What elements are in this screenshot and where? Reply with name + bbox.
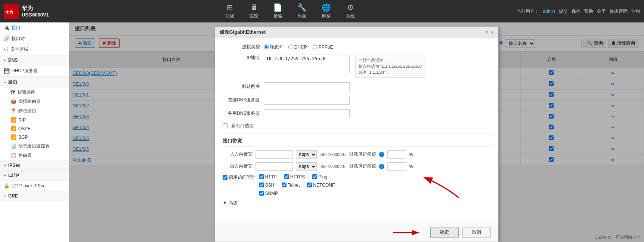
section-divider-1 — [223, 134, 491, 134]
cancel-button[interactable]: 取消 — [462, 227, 491, 238]
access-row-1: HTTP HTTPS Ping — [259, 174, 335, 180]
ip-input-area: 10.2.0.1/255.255.255.0 — [264, 55, 350, 73]
nav-monitor[interactable]: 🖥 监控 — [249, 3, 258, 19]
sidebar: 🔌 接口 🔗 接口对 🛡 安全区域 ＋ DNS 💾 DHCP服务器 — [0, 22, 69, 242]
radio-pppoe-input[interactable] — [313, 45, 318, 49]
inbound-bw-unit[interactable]: Kbps — [296, 150, 317, 159]
huawei-logo-icon: 华为 — [4, 4, 19, 19]
access-telnet[interactable]: Telnet — [282, 183, 300, 188]
sidebar-group-l2tp: ＋ L2TP — [0, 171, 69, 181]
access-http[interactable]: HTTP — [259, 174, 277, 180]
access-ping[interactable]: Ping — [312, 174, 327, 180]
radio-static-ip[interactable]: 静态IP — [264, 44, 283, 50]
sidebar-interface-label: 接口 — [12, 25, 21, 31]
outbound-pct-input[interactable] — [387, 162, 406, 171]
outbound-bw-unit[interactable]: Kbps — [296, 162, 317, 171]
about-link[interactable]: 关于 — [597, 8, 606, 15]
modal-help-icon[interactable]: ? — [485, 30, 488, 35]
snmp-checkbox[interactable] — [259, 191, 264, 196]
radio-dhcp[interactable]: DHCP — [288, 45, 307, 50]
save-link[interactable]: 保存 — [572, 8, 580, 15]
nav-network[interactable]: 🌐 网络 — [322, 3, 331, 19]
radio-pppoe[interactable]: PPPoE — [313, 45, 333, 50]
main-layout: 🔌 接口 🔗 接口对 🛡 安全区域 ＋ DNS 💾 DHCP服务器 — [0, 22, 644, 242]
dns1-label: 首选DNS服务器 — [223, 97, 260, 103]
routing-table-icon: 📋 — [10, 153, 16, 158]
https-label: HTTPS — [290, 174, 305, 180]
inbound-bw-input[interactable] — [256, 150, 293, 159]
nav-object[interactable]: 🔧 对象 — [297, 3, 307, 19]
netconf-checkbox[interactable] — [307, 183, 312, 187]
sidebar-item-interface-pair[interactable]: 🔗 接口对 — [0, 33, 69, 44]
sidebar-item-bgp[interactable]: 📶 BGP — [7, 133, 69, 141]
access-mgmt-toggle[interactable]: 启用访问管理 — [223, 174, 256, 181]
sidebar-item-smart-routing[interactable]: 🗺 智能选路 — [7, 88, 69, 97]
confirm-button[interactable]: 确定 — [430, 227, 459, 238]
submit-link[interactable]: 提交 — [559, 8, 568, 15]
dhcp-label: DHCP — [294, 45, 307, 50]
ip-note-2: 输入格式为 "1.1.1.1/255.255.255.0" — [359, 64, 423, 68]
svg-text:华为: 华为 — [5, 10, 13, 14]
static-routing-icon: 📍 — [10, 108, 16, 114]
modal-dialog: 修改GigabitEthernet ? × 连接类型 静态IP — [215, 26, 499, 242]
dns2-input[interactable] — [264, 109, 350, 118]
sidebar-item-routing-monitor[interactable]: 📊 动态路由监控表 — [7, 141, 69, 151]
ip-note-3: 或者 "1.1.1/24" 。 — [359, 70, 391, 74]
outbound-bw-input[interactable] — [256, 162, 293, 171]
https-checkbox[interactable] — [284, 174, 289, 179]
http-label: HTTP — [265, 174, 277, 180]
sidebar-item-security-zone[interactable]: 🛡 安全区域 — [0, 44, 69, 55]
sidebar-item-static-routing[interactable]: 📍 静态路由 — [7, 106, 69, 116]
ping-label: Ping — [318, 174, 327, 180]
gateway-input[interactable] — [264, 82, 350, 91]
logo-name: 华为 — [22, 5, 49, 12]
access-https[interactable]: HTTPS — [284, 174, 305, 180]
inbound-pct-input[interactable] — [387, 150, 406, 159]
ipsec-label: IPSec — [8, 163, 21, 168]
access-ssh[interactable]: SSH — [259, 183, 275, 188]
sidebar-item-dhcp[interactable]: 💾 DHCP服务器 — [0, 65, 69, 76]
nav-policy[interactable]: 📄 策略 — [273, 3, 282, 19]
inbound-help-icon[interactable]: ? — [379, 152, 384, 157]
nav-dashboard[interactable]: ⊞ 面板 — [225, 3, 234, 19]
sidebar-item-virtual-router[interactable]: 📦 虚拟路由器 — [7, 97, 69, 106]
access-snmp[interactable]: SNMP — [259, 191, 278, 196]
l2tp-expand-icon: ＋ — [3, 173, 7, 178]
sidebar-group-ipsec-header[interactable]: ＋ IPSec — [0, 160, 69, 170]
gateway-row: 默认网关 — [223, 82, 491, 91]
topbar: 华为 华为 USG6000V1 ⊞ 面板 🖥 监控 📄 策略 🔧 对象 🌐 网络 — [0, 0, 644, 22]
sidebar-group-routing-header[interactable]: － 路由 — [0, 77, 69, 88]
ip-address-input[interactable]: 10.2.0.1/255.255.255.0 — [264, 55, 350, 73]
sidebar-group-dns-header[interactable]: ＋ DNS — [0, 55, 69, 65]
sidebar-item-l2tp-ipsec[interactable]: 🔒 L2TP over IPSec — [0, 181, 69, 191]
multi-exit-checkbox[interactable] — [223, 123, 227, 128]
advanced-expand-icon: ▼ — [223, 200, 227, 205]
outbound-help-icon[interactable]: ? — [379, 164, 384, 169]
connection-type-row: 连接类型 静态IP DHCP — [223, 44, 491, 50]
sidebar-group-gre-header[interactable]: ＋ GRE — [0, 191, 69, 201]
sidebar-item-interface[interactable]: 🔌 接口 — [0, 22, 69, 33]
help-link[interactable]: 帮助 — [584, 8, 593, 15]
ping-checkbox[interactable] — [312, 174, 317, 179]
telnet-checkbox[interactable] — [282, 183, 287, 187]
logout-link[interactable]: 注销 — [631, 8, 640, 15]
http-checkbox[interactable] — [259, 174, 264, 179]
nav-system[interactable]: ⚙ 系统 — [346, 3, 355, 19]
sidebar-item-routing-table[interactable]: 📋 路由表 — [7, 151, 69, 160]
top-right: 当前用户： admin 提交 保存 帮助 关于 修改密码 注销 — [517, 8, 640, 15]
access-mgmt-checkbox[interactable] — [223, 175, 227, 180]
change-pwd-link[interactable]: 修改密码 — [610, 8, 628, 15]
sidebar-item-rip[interactable]: 📶 RIP — [7, 116, 69, 124]
multi-exit-row: 多出口选项 — [223, 123, 491, 129]
dns1-input[interactable] — [264, 96, 350, 105]
modal-close-icon[interactable]: × — [491, 30, 494, 35]
radio-static-ip-input[interactable] — [264, 45, 269, 49]
bandwidth-section-label: 接口带宽 — [223, 138, 491, 147]
sidebar-item-ospf[interactable]: 📶 OSPF — [7, 124, 69, 133]
radio-dhcp-input[interactable] — [288, 45, 293, 49]
access-netconf[interactable]: NETCONF — [307, 183, 335, 188]
policy-icon: 📄 — [273, 3, 282, 12]
sidebar-group-l2tp-header[interactable]: ＋ L2TP — [0, 171, 69, 180]
sidebar-group-interface: 🔌 接口 🔗 接口对 🛡 安全区域 — [0, 22, 69, 55]
ssh-checkbox[interactable] — [259, 183, 264, 187]
